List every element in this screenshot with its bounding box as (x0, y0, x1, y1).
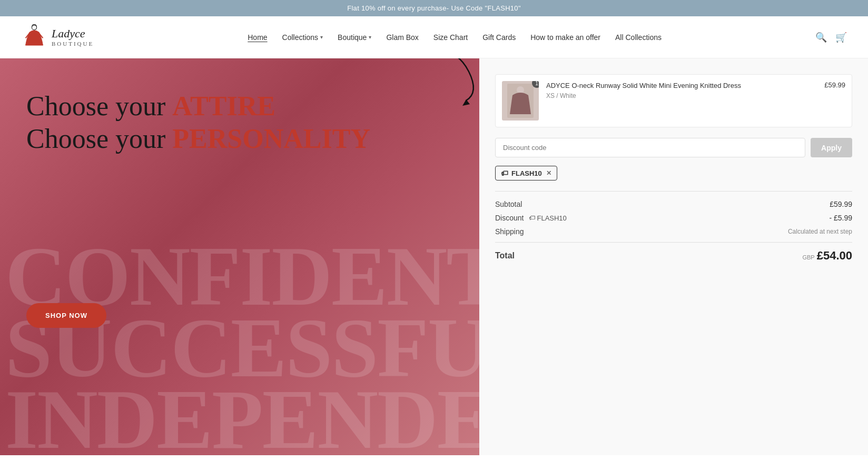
currency-label: GBP (802, 254, 814, 260)
announcement-bar: Flat 10% off on every purchase- Use Code… (0, 0, 868, 16)
discount-label: Discount 🏷 FLASH10 (495, 214, 567, 222)
shipping-value: Calculated at next step (788, 228, 852, 235)
main-nav: Home Collections ▾ Boutique ▾ Glam Box S… (248, 33, 662, 42)
grand-total-price: £54.00 (817, 249, 852, 263)
subtotal-row: Subtotal £59.99 (495, 200, 852, 208)
announcement-text: Flat 10% off on every purchase- Use Code… (347, 4, 521, 12)
grand-total-value: GBP £54.00 (802, 249, 852, 263)
subtotal-value: £59.99 (830, 200, 852, 208)
hero-bg-text: CONFIDENTSUCCESSFULINDEPENDENT (0, 240, 479, 455)
chevron-down-icon: ▾ (320, 34, 323, 40)
logo-icon (21, 23, 47, 52)
logo[interactable]: Ladyce Boutique (21, 23, 94, 52)
nav-collections[interactable]: Collections ▾ (282, 33, 323, 42)
nav-size-chart[interactable]: Size Chart (433, 33, 468, 42)
cart-item-image: 1 (502, 81, 539, 121)
cart-item-price: £59.99 (824, 81, 845, 89)
hero-headline: Choose your ATTIRE Choose your PERSONALI… (26, 90, 453, 156)
nav-all-collections[interactable]: All Collections (615, 33, 662, 42)
grand-total-row: Total GBP £54.00 (495, 242, 852, 263)
cart-item-details: ADYCE O-neck Runway Solid White Mini Eve… (546, 81, 817, 99)
discount-code-input[interactable] (495, 138, 805, 157)
applied-discount-tag: 🏷 FLASH10 ✕ (495, 166, 557, 181)
logo-name: Ladyce (52, 27, 85, 40)
discount-code-tag-label: FLASH10 (511, 169, 542, 177)
main-layout: Choose your ATTIRE Choose your PERSONALI… (0, 58, 868, 455)
shipping-label: Shipping (495, 227, 524, 236)
total-label: Total (495, 251, 515, 260)
cart-totals: Subtotal £59.99 Discount 🏷 FLASH10 - £5.… (495, 191, 852, 263)
tag-icon: 🏷 (501, 169, 508, 177)
apply-discount-button[interactable]: Apply (811, 138, 852, 157)
hero-line-2: Choose your PERSONALITY (26, 123, 453, 155)
subtotal-label: Subtotal (495, 200, 522, 208)
shop-now-button[interactable]: SHOP NOW (26, 303, 106, 328)
shipping-row: Shipping Calculated at next step (495, 227, 852, 236)
site-header: Ladyce Boutique Home Collections ▾ Bouti… (0, 16, 868, 58)
cart-item-thumbnail (507, 84, 534, 118)
cart-item-name: ADYCE O-neck Runway Solid White Mini Eve… (546, 81, 817, 91)
cart-item: 1 ADYCE O-neck Runway Solid White Mini E… (495, 74, 852, 127)
cart-item-variant: XS / White (546, 92, 817, 99)
nav-glam-box[interactable]: Glam Box (386, 33, 418, 42)
hero-section: Choose your ATTIRE Choose your PERSONALI… (0, 58, 479, 455)
nav-boutique[interactable]: Boutique ▾ (338, 33, 371, 42)
remove-discount-button[interactable]: ✕ (546, 169, 551, 177)
cart-panel: 1 ADYCE O-neck Runway Solid White Mini E… (479, 58, 868, 455)
cart-icon[interactable]: 🛒 (835, 32, 847, 43)
nav-home[interactable]: Home (248, 33, 267, 42)
svg-point-5 (517, 86, 524, 94)
hero-line-1: Choose your ATTIRE (26, 90, 453, 123)
chevron-down-icon: ▾ (369, 34, 371, 40)
search-icon[interactable]: 🔍 (815, 32, 827, 43)
nav-gift-cards[interactable]: Gift Cards (482, 33, 516, 42)
logo-subtitle: Boutique (52, 41, 94, 47)
nav-how-to-offer[interactable]: How to make an offer (530, 33, 600, 42)
discount-code-row: Apply (495, 138, 852, 157)
header-actions: 🔍 🛒 (815, 32, 847, 43)
discount-value: - £5.99 (829, 214, 852, 222)
discount-row-total: Discount 🏷 FLASH10 - £5.99 (495, 214, 852, 222)
